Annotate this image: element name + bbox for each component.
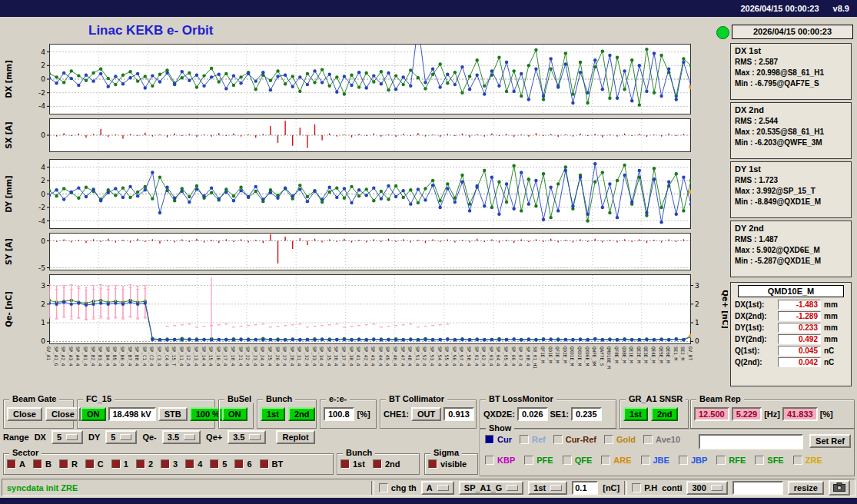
x-axis-label: SP_15_T bbox=[171, 346, 177, 366]
show-option-label: Cur-Ref bbox=[566, 435, 596, 444]
chg-th-checkbox[interactable]: chg th bbox=[379, 483, 417, 492]
fc15-on-button[interactable]: ON bbox=[81, 407, 106, 421]
stat-max: 3.992@SP_15_T bbox=[756, 187, 815, 195]
checkbox-icon bbox=[85, 459, 95, 469]
show-option-jbe[interactable]: JBE bbox=[641, 456, 669, 465]
monitor-value: 0.042 bbox=[778, 357, 821, 367]
sector-checkbox-c[interactable]: C bbox=[85, 459, 104, 469]
set-ref-input[interactable] bbox=[699, 434, 803, 449]
bunch-1st-button[interactable]: 1st bbox=[261, 407, 285, 421]
sector-checkbox-r[interactable]: R bbox=[59, 459, 78, 469]
set-ref-button[interactable]: Set Ref bbox=[809, 434, 851, 448]
bunch-checkbox-label: 1st bbox=[353, 459, 365, 469]
sector-checkbox-6[interactable]: 6 bbox=[234, 459, 251, 469]
busel-on-button[interactable]: ON bbox=[222, 407, 247, 421]
sector-checkbox-a[interactable]: A bbox=[7, 459, 25, 469]
show-option-label: ARE bbox=[613, 456, 631, 465]
charge-chart: 00112233Qe- [nC]Qe+ [nC] bbox=[2, 274, 728, 344]
show-option-ave10[interactable]: Ave10 bbox=[643, 435, 680, 444]
threshold-input[interactable] bbox=[572, 481, 598, 495]
sector-select[interactable]: A bbox=[421, 481, 454, 495]
che1-value: 0.913 bbox=[443, 407, 474, 421]
show-option-kbp[interactable]: KBP bbox=[485, 456, 515, 465]
show-option-gold[interactable]: Gold bbox=[604, 435, 636, 444]
range-dy-select[interactable]: 5 bbox=[105, 430, 137, 444]
x-axis-label: GV_BT bbox=[688, 346, 693, 360]
ph-checkbox[interactable]: P.H bbox=[632, 483, 657, 492]
sector-checkbox-label: 4 bbox=[198, 459, 202, 469]
bunch-2nd-button[interactable]: 2nd bbox=[288, 407, 316, 421]
stat-max: 20.535@S8_61_H1 bbox=[756, 128, 824, 136]
x-axis-label: SP_B3_4 bbox=[98, 346, 103, 366]
sector-checkbox-3[interactable]: 3 bbox=[161, 459, 178, 469]
show-option-cur-ref[interactable]: Cur-Ref bbox=[553, 435, 596, 444]
range-dx-select[interactable]: 5 bbox=[51, 430, 83, 444]
show-option-rfe[interactable]: RFE bbox=[716, 456, 746, 465]
sector-checkbox-bt[interactable]: BT bbox=[260, 459, 284, 469]
checkbox-icon bbox=[59, 459, 68, 469]
x-axis-label: SP_53_4 bbox=[430, 346, 435, 366]
show-option-label: ZRE bbox=[806, 456, 822, 465]
aux-input[interactable] bbox=[732, 481, 783, 495]
sector-checkbox-2[interactable]: 2 bbox=[136, 459, 153, 469]
dropdown-handle-icon bbox=[437, 485, 449, 491]
sector-checkbox-label: R bbox=[71, 459, 78, 469]
ee-ratio-value: 100.8 bbox=[324, 407, 354, 421]
fc15-stb-button[interactable]: STB bbox=[158, 407, 188, 421]
checkbox-icon bbox=[340, 459, 350, 469]
bunch-checkbox-2nd[interactable]: 2nd bbox=[373, 459, 400, 469]
beam-gate-close-button-2[interactable]: Close bbox=[45, 407, 81, 421]
show-option-label: PFE bbox=[536, 456, 553, 465]
replot-button[interactable]: Replot bbox=[276, 430, 314, 444]
sector-checkbox-b[interactable]: B bbox=[33, 459, 51, 469]
show-row-2: KBPPFEQFEAREJBEJBPRFESFEZRE bbox=[485, 456, 822, 465]
svg-text:0: 0 bbox=[41, 337, 45, 344]
x-axis-label: SP_68_4 bbox=[526, 346, 531, 366]
sector-checkbox-1[interactable]: 1 bbox=[111, 459, 128, 469]
x-axis-label: SP_52_4 bbox=[422, 346, 427, 366]
beam-gate-close-button-1[interactable]: Close bbox=[7, 407, 42, 421]
show-option-are[interactable]: ARE bbox=[601, 456, 631, 465]
bunch-select[interactable]: 1st bbox=[528, 481, 567, 495]
sector-checkbox-5[interactable]: 5 bbox=[210, 459, 227, 469]
svg-text:0: 0 bbox=[41, 191, 45, 198]
sigma-checkbox-visible[interactable]: visible bbox=[428, 459, 467, 469]
x-axis-label: SE2_M bbox=[680, 346, 686, 360]
separator bbox=[371, 481, 374, 495]
bunch-bottom-group: Bunch 1st2nd bbox=[337, 453, 420, 475]
stat-min: -5.287@QXD1E_M bbox=[755, 257, 821, 265]
x-axis-label: SP_44_4 bbox=[378, 346, 384, 366]
svg-text:-2: -2 bbox=[38, 89, 45, 97]
gr-a1-1st-button[interactable]: 1st bbox=[623, 407, 648, 421]
show-option-label: JBP bbox=[691, 456, 707, 465]
bunch-items: 1st2nd bbox=[337, 454, 419, 474]
che1-out-button[interactable]: OUT bbox=[411, 407, 441, 421]
x-axis-label: SP_66_4 bbox=[511, 346, 517, 366]
x-axis-label: SP_43_4 bbox=[370, 346, 376, 366]
stat-min: -8.849@QXD1E_M bbox=[755, 197, 821, 206]
se1-value: 0.235 bbox=[571, 407, 602, 421]
show-option-zre[interactable]: ZRE bbox=[793, 456, 822, 465]
x-axis-label: QMD10E_M bbox=[606, 346, 612, 369]
show-option-qfe[interactable]: QFE bbox=[563, 456, 593, 465]
resize-button[interactable]: resize bbox=[788, 481, 824, 495]
stat-title: DY 2nd bbox=[735, 224, 847, 233]
bunch-checkbox-1st[interactable]: 1st bbox=[340, 459, 365, 469]
gr-a1-2nd-button[interactable]: 2nd bbox=[651, 407, 679, 421]
show-option-ref[interactable]: Ref bbox=[520, 435, 546, 444]
x-axis-label: SP_58_4 bbox=[467, 346, 472, 366]
x-axis-label: SP_21_4 bbox=[238, 346, 244, 366]
svg-text:-4: -4 bbox=[38, 102, 45, 110]
svg-text:3: 3 bbox=[41, 282, 45, 290]
screenshot-button[interactable] bbox=[829, 480, 850, 496]
sector-checkbox-4[interactable]: 4 bbox=[185, 459, 202, 469]
show-option-sfe[interactable]: SFE bbox=[755, 456, 783, 465]
range-qe-minus-select[interactable]: 3.5 bbox=[162, 430, 201, 444]
show-option-jbp[interactable]: JBP bbox=[679, 456, 707, 465]
x-axis-label: QE6E_M bbox=[666, 346, 671, 363]
interval-select[interactable]: 300 bbox=[686, 481, 727, 495]
monitor-select[interactable]: SP_A1_G bbox=[459, 481, 524, 495]
range-qe-plus-select[interactable]: 3.5 bbox=[228, 430, 266, 444]
show-option-cur[interactable]: Cur bbox=[485, 435, 512, 444]
show-option-pfe[interactable]: PFE bbox=[524, 456, 553, 465]
